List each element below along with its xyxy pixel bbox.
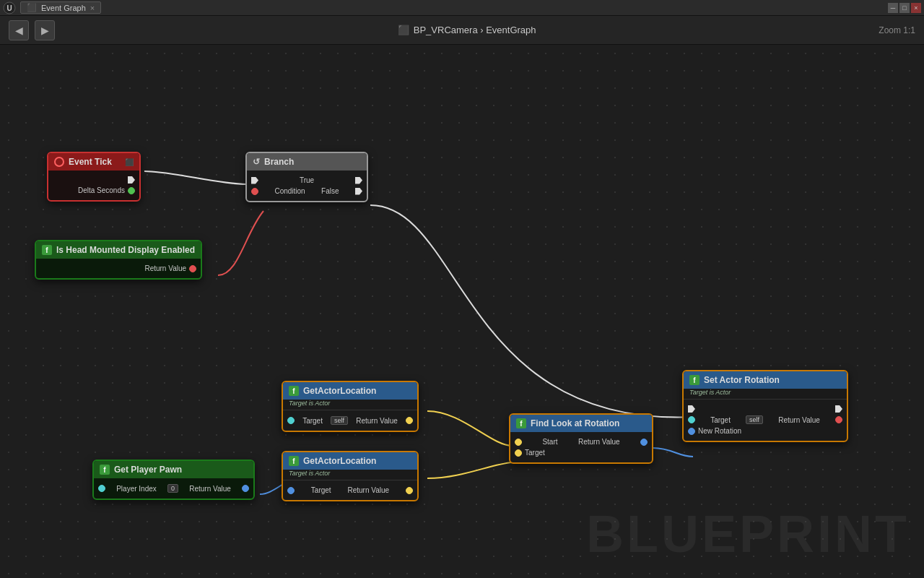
get-player-pawn-index-val: 0 — [167, 484, 178, 493]
branch-false-pin[interactable] — [355, 188, 362, 195]
get-player-pawn-return-pin[interactable] — [242, 485, 249, 492]
get-player-pawn-header: f Get Player Pawn — [94, 461, 253, 478]
exec-out-row — [48, 175, 139, 185]
get-player-pawn-node[interactable]: f Get Player Pawn Player Index 0 Return … — [92, 460, 255, 500]
forward-button[interactable]: ▶ — [35, 20, 55, 40]
close-button[interactable]: × — [911, 3, 921, 13]
branch-true-label: True — [300, 176, 314, 184]
find-look-header: f Find Look at Rotation — [510, 415, 652, 432]
event-graph-tab[interactable]: ⬛ Event Graph × — [20, 1, 101, 14]
get-actor-loc-2-target-row: Target Return Value — [283, 485, 417, 496]
tab-icon: ⬛ — [27, 3, 37, 12]
hmd-return-label: Return Value — [144, 264, 186, 272]
find-look-target-pin[interactable] — [515, 449, 522, 457]
get-player-pawn-index-pin[interactable] — [98, 485, 105, 492]
branch-false-label: False — [321, 187, 339, 195]
find-look-start-pin[interactable] — [515, 439, 522, 446]
event-tick-title: Event Tick — [69, 157, 112, 167]
branch-node[interactable]: ↺ Branch True Condition False — [245, 152, 368, 202]
delta-seconds-row: Delta Seconds — [48, 185, 139, 196]
event-tick-header: Event Tick ⬛ — [48, 153, 139, 171]
find-look-title: Find Look at Rotation — [531, 418, 619, 428]
get-player-pawn-icon: f — [100, 465, 110, 475]
get-actor-loc-1-title: GetActorLocation — [303, 386, 376, 396]
set-actor-rot-exec-in[interactable] — [688, 405, 695, 413]
set-actor-rot-self-val: self — [746, 415, 763, 424]
get-actor-loc-2-body: Target Return Value — [283, 480, 417, 500]
branch-header: ↺ Branch — [247, 153, 367, 171]
get-actor-loc-1-self-val: self — [331, 416, 348, 425]
set-actor-rot-return-pin[interactable] — [835, 416, 842, 423]
find-look-return-label: Return Value — [578, 438, 620, 446]
branch-title: Branch — [264, 157, 294, 167]
find-look-target-row: Target — [510, 447, 652, 458]
get-actor-loc-2-header: f GetActorLocation — [283, 452, 417, 470]
graph-canvas[interactable]: Event Tick ⬛ Delta Seconds ↺ Branch True — [0, 45, 924, 578]
event-tick-body: Delta Seconds — [48, 171, 139, 200]
branch-condition-pin[interactable] — [251, 188, 258, 195]
get-player-pawn-title: Get Player Pawn — [114, 465, 182, 475]
hmd-node[interactable]: f Is Head Mounted Display Enabled Return… — [35, 240, 202, 280]
get-actor-loc-1-body: Target self Return Value — [283, 410, 417, 431]
get-player-pawn-body: Player Index 0 Return Value — [94, 478, 253, 499]
exec-out-pin[interactable] — [128, 176, 135, 184]
get-actor-loc-2-title: GetActorLocation — [303, 456, 376, 466]
breadcrumb-text: BP_VRCamera › EventGraph — [414, 25, 536, 35]
set-actor-rot-exec-out[interactable] — [835, 405, 842, 413]
branch-body: True Condition False — [247, 171, 367, 201]
get-actor-loc-2-target-pin[interactable] — [287, 487, 295, 494]
branch-exec-in[interactable] — [251, 177, 258, 184]
get-player-pawn-return-label: Return Value — [189, 485, 231, 493]
get-actor-loc-2-icon: f — [289, 456, 299, 466]
branch-icon: ↺ — [253, 157, 260, 167]
set-actor-rot-return-label: Return Value — [778, 416, 820, 424]
get-actor-loc-2-return-label: Return Value — [347, 486, 389, 494]
get-actor-loc-1-icon: f — [289, 386, 299, 396]
minimize-button[interactable]: ─ — [888, 3, 898, 13]
get-actor-loc-2-node[interactable]: f GetActorLocation Target is Actor Targe… — [282, 451, 419, 501]
get-actor-loc-1-node[interactable]: f GetActorLocation Target is Actor Targe… — [282, 381, 419, 432]
find-look-start-row: Start Return Value — [510, 436, 652, 447]
set-actor-rot-target-pin[interactable] — [688, 416, 695, 423]
find-look-node[interactable]: f Find Look at Rotation Start Return Val… — [509, 413, 653, 464]
set-actor-rot-target-row: Target self Return Value — [684, 414, 847, 426]
hmd-icon: f — [42, 245, 52, 255]
hmd-return-pin[interactable] — [189, 265, 196, 272]
tab-close-icon[interactable]: × — [90, 4, 95, 12]
set-actor-rot-exec-row — [684, 404, 847, 414]
find-look-return-pin[interactable] — [640, 439, 648, 446]
set-actor-rot-newrot-label: New Rotation — [698, 427, 741, 435]
zoom-indicator: Zoom 1:1 — [879, 25, 915, 35]
ue-logo: U — [3, 1, 16, 14]
back-button[interactable]: ◀ — [9, 20, 29, 40]
get-actor-loc-1-target-pin[interactable] — [287, 417, 295, 424]
delta-seconds-label: Delta Seconds — [78, 186, 125, 194]
breadcrumb-icon: ⬛ — [398, 25, 409, 35]
breadcrumb: ⬛ BP_VRCamera › EventGraph — [61, 25, 873, 35]
event-tick-icon — [54, 157, 64, 167]
window-controls: ─ □ × — [888, 3, 921, 13]
hmd-title: Is Head Mounted Display Enabled — [56, 245, 195, 255]
get-actor-loc-1-target-row: Target self Return Value — [283, 415, 417, 426]
set-actor-rot-target-label: Target — [710, 416, 731, 424]
hmd-body: Return Value — [36, 259, 201, 278]
tab-label: Event Graph — [41, 4, 86, 12]
branch-exec-row: True — [247, 175, 367, 186]
event-tick-pin-indicator: ⬛ — [125, 158, 134, 166]
get-actor-loc-2-subtitle: Target is Actor — [283, 470, 417, 480]
set-actor-rot-node[interactable]: f Set Actor Rotation Target is Actor Tar… — [682, 370, 848, 442]
blueprint-watermark: BLUEPRINT — [586, 504, 910, 564]
hmd-header: f Is Head Mounted Display Enabled — [36, 241, 201, 259]
event-tick-node[interactable]: Event Tick ⬛ Delta Seconds — [47, 152, 141, 202]
branch-condition-row: Condition False — [247, 186, 367, 197]
titlebar: U ⬛ Event Graph × ─ □ × — [0, 0, 924, 16]
get-actor-loc-2-target-label: Target — [311, 486, 331, 494]
branch-true-pin[interactable] — [355, 177, 362, 184]
get-player-pawn-index-row: Player Index 0 Return Value — [94, 483, 253, 494]
maximize-button[interactable]: □ — [899, 3, 910, 13]
set-actor-rot-newrot-pin[interactable] — [688, 428, 695, 435]
branch-condition-label: Condition — [274, 187, 305, 195]
delta-seconds-pin[interactable] — [128, 187, 135, 194]
get-actor-loc-2-return-pin[interactable] — [406, 487, 413, 494]
get-actor-loc-1-return-pin[interactable] — [406, 417, 413, 424]
